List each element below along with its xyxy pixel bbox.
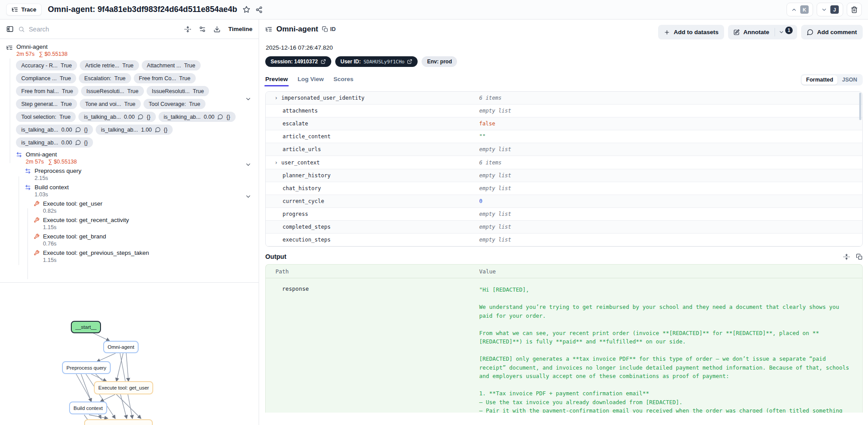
tree-span-preprocess-query[interactable]: Preprocess query 2.15s — [25, 168, 252, 181]
format-json-option[interactable]: JSON — [837, 75, 861, 85]
wrench-icon — [34, 234, 39, 239]
search-input[interactable] — [29, 26, 180, 33]
collapse-root-chevron[interactable] — [245, 96, 252, 102]
score-tag[interactable]: Article retrie...True — [80, 60, 139, 70]
graph-edges — [0, 283, 259, 425]
table-row: execution_steps empty list — [266, 234, 862, 246]
score-tag[interactable]: is_talking_ab...0.00{} — [78, 112, 155, 122]
add-to-datasets-button[interactable]: Add to datasets — [658, 25, 724, 39]
list-tree-icon — [12, 6, 18, 13]
tree-span-omni-agent[interactable]: Omni-agent 2m 57s∑ $0.55138 — [16, 151, 252, 165]
comment-icon — [155, 127, 161, 133]
external-link-icon — [407, 59, 412, 64]
score-tag[interactable]: IssueResoluti...True — [147, 86, 209, 96]
score-tag[interactable]: Tone and voi...True — [80, 99, 141, 109]
output-section-title: Output — [265, 253, 287, 260]
add-comment-button[interactable]: Add comment — [801, 25, 863, 39]
tab-log-view[interactable]: Log View — [298, 76, 324, 86]
detail-tabs: Preview Log View Scores Formatted JSON — [265, 74, 863, 88]
output-response-row: response "Hi [REDACTED], We understand y… — [266, 278, 862, 413]
observation-title: Omni-agent — [276, 25, 318, 34]
user-id-badge[interactable]: User ID: SDAHUSLy9f1CHo — [335, 56, 418, 67]
collapse-omni-agent-chevron[interactable] — [245, 161, 252, 168]
shortcut-key-j: J — [830, 5, 839, 14]
tab-preview[interactable]: Preview — [265, 76, 288, 86]
score-tag[interactable]: is_talking_ab...0.00{} — [16, 137, 93, 148]
next-trace-button[interactable]: J — [817, 3, 843, 16]
table-row: article_urls empty list — [266, 143, 862, 156]
tree-span-get-user[interactable]: Execute tool: get_user 0.82s — [34, 200, 252, 214]
format-formatted-option[interactable]: Formatted — [802, 75, 837, 85]
response-path: response — [266, 285, 479, 413]
copy-id-button[interactable]: ID — [322, 26, 336, 32]
score-tag[interactable]: Attachment ...True — [142, 60, 201, 70]
fold-vertical-icon[interactable] — [184, 26, 191, 33]
panel-left-icon — [6, 25, 14, 33]
copy-icon[interactable] — [856, 253, 863, 260]
annotate-button[interactable]: Annotate — [728, 29, 775, 35]
score-tag[interactable]: is_talking_ab...1.00{} — [96, 125, 173, 135]
score-tag[interactable]: is_talking_ab...0.00{} — [159, 112, 236, 122]
env-badge: Env: prod — [422, 56, 457, 67]
tree-guide-line — [10, 58, 10, 163]
tree-span-build-context[interactable]: Build context 1.03s — [25, 184, 252, 198]
scrollbar-thumb[interactable] — [859, 93, 861, 120]
expand-chevron-icon[interactable]: › — [275, 95, 278, 101]
tree-span-get-previous-steps-taken[interactable]: Execute tool: get_previous_steps_taken 1… — [34, 250, 252, 263]
score-tag[interactable]: Free from Co...True — [134, 73, 196, 83]
response-value: "Hi [REDACTED], We understand you’re try… — [479, 285, 862, 413]
previous-trace-button[interactable]: K — [787, 3, 813, 16]
span-arrows-icon — [25, 168, 31, 174]
chevron-down-icon — [245, 193, 252, 200]
comment-icon — [807, 29, 814, 35]
fold-vertical-icon[interactable] — [843, 253, 850, 260]
score-tag[interactable]: Step generat...True — [16, 99, 77, 109]
share-button[interactable] — [256, 6, 263, 13]
bookmark-star-button[interactable] — [243, 6, 250, 13]
annotation-count-badge: 1 — [785, 27, 793, 34]
star-icon — [243, 6, 250, 13]
session-badge[interactable]: Session: 14910372 — [265, 56, 331, 67]
root-span-name: Omni-agent — [16, 43, 68, 50]
tree-guide-line — [27, 208, 28, 279]
trace-label: Trace — [21, 6, 36, 13]
tree-span-get-brand[interactable]: Execute tool: get_brand 0.76s — [34, 233, 252, 247]
tree-span-get-recent-activity[interactable]: Execute tool: get_recent_activity 1.15s — [34, 217, 252, 230]
score-tag[interactable]: Accuracy - R...True — [16, 60, 77, 70]
graph-node-build-context[interactable]: Build context — [69, 402, 107, 414]
delete-trace-button[interactable] — [847, 3, 862, 16]
timeline-view-toggle[interactable]: Timeline — [228, 26, 252, 32]
graph-node-preprocess-query[interactable]: Preprocess query — [62, 361, 111, 374]
score-tag[interactable]: Escalation:True — [79, 73, 131, 83]
tab-scores[interactable]: Scores — [333, 76, 353, 86]
tree-root-row[interactable]: Omni-agent 2m 57s∑ $0.55138 — [6, 43, 252, 57]
score-tag[interactable]: is_talking_ab...0.00{} — [16, 125, 93, 135]
table-row: progress empty list — [266, 208, 862, 221]
tree-guide-line — [19, 176, 19, 265]
score-tag[interactable]: IssueResoluti...True — [81, 86, 144, 96]
table-row: planner_history empty list — [266, 169, 862, 182]
table-row: article_content "" — [266, 130, 862, 143]
wrench-icon — [34, 217, 39, 223]
table-row[interactable]: ›user_context 6 items — [266, 156, 862, 169]
annotate-dropdown-button[interactable]: 1 — [775, 29, 797, 35]
collapse-build-context-chevron[interactable] — [245, 193, 252, 200]
trace-detail-panel: Omni-agent ID Add to datasets Annot — [259, 19, 868, 425]
table-row[interactable]: ›impersonated_user_identity 6 items — [266, 92, 862, 105]
graph-node-omni-agent[interactable]: Omni-agent — [103, 341, 139, 353]
list-tree-icon — [265, 26, 272, 33]
graph-node-execute-get-user[interactable]: Execute tool: get_user — [94, 381, 153, 394]
graph-node-start[interactable]: __start__ — [71, 321, 101, 333]
expand-chevron-icon[interactable]: › — [275, 160, 278, 166]
list-tree-icon — [6, 44, 13, 51]
graph-node-partial[interactable] — [84, 419, 153, 425]
score-tag[interactable]: Compliance ...True — [16, 73, 76, 83]
score-tag[interactable]: Tool selection:True — [16, 112, 76, 122]
download-icon[interactable] — [213, 26, 221, 33]
settings-sliders-icon[interactable] — [199, 26, 206, 33]
score-tag[interactable]: Tool Coverage:True — [143, 99, 205, 109]
comment-icon — [217, 114, 223, 120]
collapse-sidebar-button[interactable] — [6, 25, 14, 33]
score-tag[interactable]: Free from hal...True — [16, 86, 78, 96]
user-id-value: SDAHUSLy9f1CHo — [364, 59, 405, 65]
